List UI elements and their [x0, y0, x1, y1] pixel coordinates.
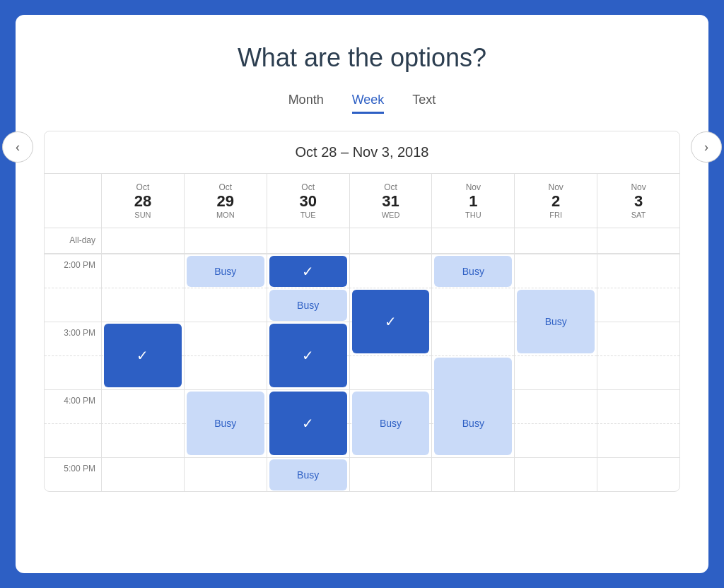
- day-headers: Oct 28 SUN Oct 29 MON Oct 30 TUE Oct 31 …: [45, 174, 679, 228]
- event-tue-4pm-selected[interactable]: ✓: [269, 392, 347, 455]
- cell-4pm-sat: [597, 389, 679, 423]
- allday-fri: [514, 228, 597, 253]
- event-sun-3pm-selected[interactable]: ✓: [104, 324, 182, 387]
- cell-2pm-mon: Busy: [184, 254, 267, 288]
- tab-month[interactable]: Month: [288, 93, 324, 114]
- cell-3pm-mon: [184, 322, 267, 355]
- cell-2pm-tue: ✓: [267, 254, 349, 288]
- day-header-sat: Nov 3 SAT: [597, 174, 679, 228]
- event-fri-230pm-busy[interactable]: Busy: [517, 290, 595, 353]
- event-wed-4pm-busy[interactable]: Busy: [352, 392, 430, 455]
- allday-thu: [431, 228, 514, 253]
- cell-3pm-tue: ✓: [267, 322, 349, 355]
- time-label-2pm: 2:00 PM: [45, 254, 101, 288]
- next-button[interactable]: ›: [691, 131, 722, 163]
- event-mon-2pm-busy[interactable]: Busy: [187, 256, 264, 287]
- allday-sun: [101, 228, 184, 253]
- cell-4pm-sun: [101, 389, 184, 423]
- allday-tue: [267, 228, 349, 253]
- tab-bar: Month Week Text: [44, 93, 680, 114]
- event-mon-4pm-busy[interactable]: Busy: [187, 392, 264, 455]
- cell-430pm-sun: [101, 423, 184, 457]
- calendar-header: Oct 28 – Nov 3, 2018: [45, 131, 679, 174]
- cell-5pm-sat: [597, 457, 679, 491]
- cell-3pm-sat: [597, 322, 679, 355]
- cell-330pm-mon: [184, 355, 267, 389]
- tab-week[interactable]: Week: [352, 93, 385, 114]
- time-label-330pm: 3:30: [45, 355, 101, 389]
- cell-2pm-fri: [514, 254, 597, 288]
- time-grid: 2:00 PM Busy ✓ Busy 2:30: [45, 254, 679, 491]
- time-label-230pm: 2:30: [45, 288, 101, 322]
- day-header-mon: Oct 29 MON: [184, 174, 267, 228]
- cell-230pm-tue: Busy: [267, 288, 349, 322]
- event-wed-230pm-selected[interactable]: ✓: [352, 290, 430, 353]
- date-range: Oct 28 – Nov 3, 2018: [295, 144, 428, 160]
- day-header-wed: Oct 31 WED: [349, 174, 432, 228]
- cell-5pm-mon: [184, 457, 267, 491]
- cell-330pm-fri: [514, 355, 597, 389]
- cell-3pm-thu: [431, 322, 514, 355]
- cell-5pm-fri: [514, 457, 597, 491]
- cell-330pm-sat: [597, 355, 679, 389]
- event-thu-2pm-busy[interactable]: Busy: [434, 256, 512, 287]
- time-label-3pm: 3:00 PM: [45, 322, 101, 355]
- time-label-4pm: 4:00 PM: [45, 389, 101, 423]
- page-title: What are the options?: [44, 43, 680, 73]
- main-card: What are the options? Month Week Text ‹ …: [16, 15, 708, 573]
- cell-2pm-sun: [101, 254, 184, 288]
- cell-2pm-sat: [597, 254, 679, 288]
- event-tue-5pm-busy[interactable]: Busy: [269, 459, 347, 490]
- cell-4pm-fri: [514, 389, 597, 423]
- day-header-thu: Nov 1 THU: [431, 174, 514, 228]
- cell-5pm-thu: [431, 457, 514, 491]
- cell-5pm-tue: Busy: [267, 457, 349, 491]
- cell-5pm-wed: [349, 457, 432, 491]
- tab-text[interactable]: Text: [412, 93, 436, 114]
- cell-4pm-tue: ✓: [267, 389, 349, 423]
- cell-2pm-wed: [349, 254, 432, 288]
- cell-230pm-thu: [431, 288, 514, 322]
- day-header-fri: Nov 2 FRI: [514, 174, 597, 228]
- event-tue-2pm-selected[interactable]: ✓: [269, 256, 347, 287]
- cell-4pm-thu: Busy: [431, 389, 514, 423]
- cell-430pm-sat: [597, 423, 679, 457]
- day-header-tue: Oct 30 TUE: [267, 174, 349, 228]
- cell-330pm-thu: [431, 355, 514, 389]
- cell-5pm-sun: [101, 457, 184, 491]
- allday-sat: [597, 228, 679, 253]
- cell-230pm-mon: [184, 288, 267, 322]
- event-tue-230pm-busy[interactable]: Busy: [269, 290, 347, 321]
- event-thu-4pm-busy[interactable]: Busy: [434, 392, 512, 455]
- cell-4pm-mon: Busy: [184, 389, 267, 423]
- cell-3pm-sun: ✓: [101, 322, 184, 355]
- cell-230pm-wed: ✓: [349, 288, 432, 322]
- time-label-430pm: 4:30: [45, 423, 101, 457]
- allday-label: All-day: [45, 228, 101, 253]
- cell-230pm-fri: Busy: [514, 288, 597, 322]
- cell-230pm-sat: [597, 288, 679, 322]
- allday-mon: [184, 228, 267, 253]
- cell-2pm-thu: Busy: [431, 254, 514, 288]
- allday-row: All-day: [45, 228, 679, 254]
- cell-430pm-fri: [514, 423, 597, 457]
- cell-4pm-wed: Busy: [349, 389, 432, 423]
- time-label-5pm: 5:00 PM: [45, 457, 101, 491]
- prev-button[interactable]: ‹: [2, 131, 33, 163]
- calendar: ‹ › Oct 28 – Nov 3, 2018 Oct 28 SUN Oct …: [44, 131, 680, 492]
- day-header-sun: Oct 28 SUN: [101, 174, 184, 228]
- cell-330pm-wed: [349, 355, 432, 389]
- event-tue-3pm-selected[interactable]: ✓: [269, 324, 347, 387]
- cell-230pm-sun: [101, 288, 184, 322]
- allday-wed: [349, 228, 432, 253]
